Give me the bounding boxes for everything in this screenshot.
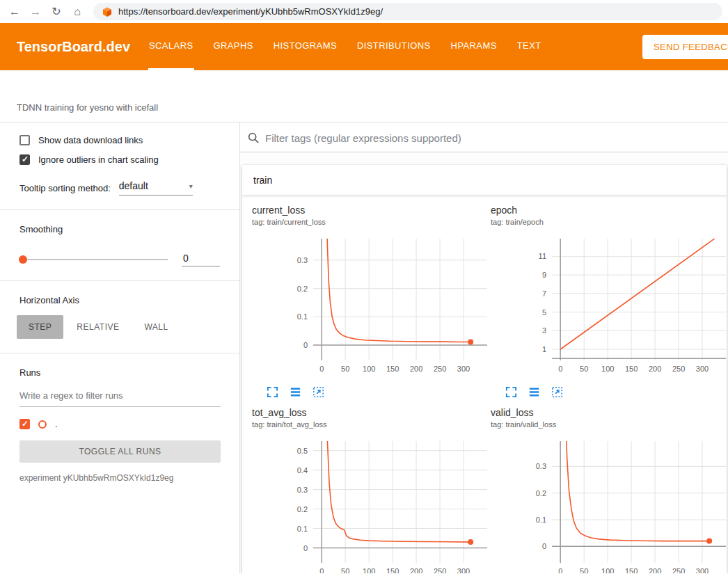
checkbox-checked-icon[interactable] xyxy=(19,154,30,165)
svg-text:300: 300 xyxy=(696,365,709,373)
expand-chart-icon[interactable] xyxy=(266,385,279,399)
svg-text:250: 250 xyxy=(434,567,446,573)
tab-text[interactable]: TEXT xyxy=(516,23,542,70)
svg-text:250: 250 xyxy=(672,567,685,573)
svg-text:150: 150 xyxy=(625,365,638,373)
tooltip-sorting-row: Tooltip sorting method: default ▾ xyxy=(19,180,220,196)
experiment-title-bar: TDNN training for yesno with icefall xyxy=(0,70,728,122)
address-bar[interactable]: https://tensorboard.dev/experiment/yKUbh… xyxy=(93,3,722,20)
slider-thumb-icon[interactable] xyxy=(19,255,27,264)
svg-text:0.1: 0.1 xyxy=(297,525,308,533)
svg-text:50: 50 xyxy=(580,365,588,373)
axis-button-relative[interactable]: RELATIVE xyxy=(65,315,131,339)
smoothing-slider[interactable] xyxy=(19,259,168,260)
svg-text:200: 200 xyxy=(649,365,661,373)
checkbox-unchecked-icon[interactable] xyxy=(19,135,30,145)
tooltip-sorting-value: default xyxy=(119,180,148,191)
tab-distributions[interactable]: DISTRIBUTIONS xyxy=(356,23,432,70)
stacked-lines-icon[interactable] xyxy=(528,385,541,399)
main-content: train current_loss tag: train/current_lo… xyxy=(240,122,728,573)
search-icon xyxy=(247,131,260,144)
tab-graphs[interactable]: GRAPHS xyxy=(213,23,254,70)
svg-text:0: 0 xyxy=(319,365,324,373)
send-feedback-button[interactable]: SEND FEEDBACK xyxy=(642,35,728,59)
chart-tag: tag: train/current_loss xyxy=(252,218,491,226)
svg-text:0.4: 0.4 xyxy=(297,466,308,475)
toggle-all-runs-button[interactable]: TOGGLE ALL RUNS xyxy=(19,440,221,463)
chart-actions xyxy=(505,385,727,399)
tooltip-sorting-select[interactable]: default ▾ xyxy=(119,180,193,196)
sidebar-divider xyxy=(0,280,239,281)
svg-text:5: 5 xyxy=(542,308,546,317)
horizontal-axis-toggle: STEPRELATIVEWALL xyxy=(17,315,223,339)
svg-text:300: 300 xyxy=(457,567,470,573)
settings-sidebar: Show data download links Ignore outliers… xyxy=(0,122,240,573)
run-row[interactable]: . xyxy=(19,419,220,429)
svg-text:0.2: 0.2 xyxy=(297,285,308,293)
line-chart: 00.10.20.3050100150200250300 xyxy=(252,233,487,383)
svg-text:11: 11 xyxy=(539,252,546,260)
fit-domain-icon[interactable] xyxy=(551,385,564,399)
run-name: . xyxy=(55,419,58,429)
run-color-swatch-icon xyxy=(38,420,47,429)
tag-filter-input[interactable] xyxy=(265,132,721,144)
svg-text:100: 100 xyxy=(363,567,375,573)
experiment-id-label: experiment yKUbhb5wRmOSXYkId1z9eg xyxy=(19,473,220,483)
run-checkbox[interactable] xyxy=(19,419,30,429)
home-icon[interactable]: ⌂ xyxy=(68,3,86,21)
svg-text:50: 50 xyxy=(341,567,349,573)
forward-icon[interactable]: → xyxy=(26,3,45,21)
svg-text:3: 3 xyxy=(542,326,546,335)
line-chart: 1357911050100150200250300 xyxy=(491,233,726,383)
charts-grid: current_loss tag: train/current_loss 00.… xyxy=(242,195,727,573)
svg-text:0: 0 xyxy=(558,567,562,573)
svg-text:0.2: 0.2 xyxy=(536,489,546,497)
expand-chart-icon[interactable] xyxy=(505,385,518,399)
runs-filter-input[interactable] xyxy=(19,388,221,407)
svg-text:300: 300 xyxy=(457,365,470,373)
tag-group-card: train current_loss tag: train/current_lo… xyxy=(242,165,727,573)
axis-button-step[interactable]: STEP xyxy=(17,315,63,339)
sidebar-divider xyxy=(0,209,239,210)
smoothing-value-input[interactable]: 0 xyxy=(182,253,220,266)
experiment-title: TDNN training for yesno with icefall xyxy=(17,102,158,113)
header-tabs: SCALARSGRAPHSHISTOGRAMSDISTRIBUTIONSHPAR… xyxy=(148,23,642,70)
svg-text:7: 7 xyxy=(542,289,546,298)
tab-hparams[interactable]: HPARAMS xyxy=(450,23,498,70)
svg-text:0.1: 0.1 xyxy=(297,312,308,321)
brand-logo[interactable]: TensorBoard.dev xyxy=(17,39,148,55)
reload-icon[interactable]: ↻ xyxy=(47,3,65,21)
tab-histograms[interactable]: HISTOGRAMS xyxy=(273,23,338,70)
tab-scalars[interactable]: SCALARS xyxy=(148,23,194,70)
chart-card: valid_loss tag: train/valid_loss 00.10.2… xyxy=(491,407,727,573)
page-content: Show data download links Ignore outliers… xyxy=(0,122,728,573)
svg-text:0.3: 0.3 xyxy=(536,462,546,470)
fit-domain-icon[interactable] xyxy=(312,385,325,399)
svg-text:100: 100 xyxy=(601,365,614,373)
svg-text:200: 200 xyxy=(649,567,661,573)
chart-tag: tag: train/epoch xyxy=(491,218,727,226)
svg-text:9: 9 xyxy=(542,271,546,279)
back-icon[interactable]: ← xyxy=(6,3,24,21)
show-download-links-option[interactable]: Show data download links xyxy=(19,135,220,145)
svg-text:0: 0 xyxy=(319,567,324,573)
svg-text:0.3: 0.3 xyxy=(297,256,308,264)
chart-card: epoch tag: train/epoch 13579110501001502… xyxy=(491,205,727,399)
line-chart: 00.10.20.3050100150200250300 xyxy=(491,436,726,573)
svg-text:0: 0 xyxy=(303,544,308,552)
svg-text:0.5: 0.5 xyxy=(297,447,308,455)
sidebar-divider xyxy=(0,353,239,353)
svg-text:100: 100 xyxy=(363,365,375,373)
dropdown-caret-icon: ▾ xyxy=(189,182,193,190)
svg-text:200: 200 xyxy=(410,365,422,373)
svg-text:0: 0 xyxy=(303,341,308,349)
chart-title: current_loss xyxy=(252,205,491,216)
axis-button-wall[interactable]: WALL xyxy=(132,315,180,339)
horizontal-axis-label: Horizontal Axis xyxy=(19,295,220,305)
svg-text:150: 150 xyxy=(625,567,638,573)
tag-group-header[interactable]: train xyxy=(242,165,727,195)
chart-tag: tag: train/valid_loss xyxy=(491,420,727,429)
stacked-lines-icon[interactable] xyxy=(289,385,302,399)
chart-title: tot_avg_loss xyxy=(252,407,491,418)
ignore-outliers-option[interactable]: Ignore outliers in chart scaling xyxy=(19,154,220,165)
